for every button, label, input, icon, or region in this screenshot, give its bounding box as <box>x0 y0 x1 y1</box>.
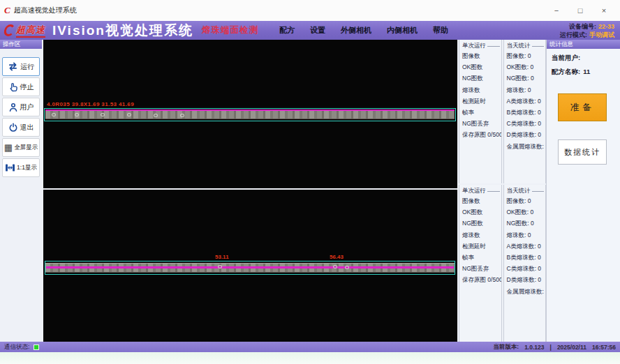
daily-stats-header: 当天统计 <box>507 187 545 195</box>
daily-stats-rows: 图像数: 0OK图数: 0NG图数: 0熔珠数: 0A类熔珠数: 0B类熔珠数:… <box>507 195 545 297</box>
stat-row: 熔珠数: 0 <box>507 229 545 241</box>
fullscreen-button[interactable]: ▦ 全屏显示 <box>2 138 40 157</box>
menu-item-inner-camera[interactable]: 内侧相机 <box>387 25 418 36</box>
app-title: IVision视觉处理系统 <box>52 22 193 40</box>
menu-item-settings[interactable]: 设置 <box>310 25 325 36</box>
current-user-label: 当前用户: <box>552 54 580 61</box>
close-button[interactable]: × <box>592 3 616 18</box>
user-button[interactable]: 用户 <box>2 98 40 116</box>
defect-mark <box>180 114 184 117</box>
stat-row: 帧率 <box>462 107 501 118</box>
device-info: 设备编号:22-33 运行模式:手动调试 <box>560 22 614 39</box>
single-run-stats-rows: 图像数OK图数NG图数熔珠数检测延时帧率NG图丢弃保存原图 0/500 <box>462 50 501 141</box>
status-separator: | <box>550 344 552 351</box>
menu-item-recipe[interactable]: 配方 <box>279 25 295 36</box>
device-number-label: 设备编号: <box>569 23 596 30</box>
stat-row: NG图丢弃 <box>462 263 501 274</box>
comm-status-label: 通信状态: <box>4 343 29 351</box>
minimize-button[interactable]: − <box>545 3 568 18</box>
exit-button[interactable]: 退出 <box>2 118 40 137</box>
daily-stats-title: 当天统计 <box>507 42 531 50</box>
power-icon <box>8 123 18 132</box>
stop-hand-icon <box>8 82 18 92</box>
menu-item-outer-camera[interactable]: 外侧相机 <box>341 25 371 36</box>
stat-row: A类熔珠数: 0 <box>507 241 545 252</box>
single-run-title: 单次运行 <box>462 187 486 195</box>
info-panel: 统计信息 当前用户: 配方名称:11 准备 数据统计 <box>546 40 620 342</box>
device-number-value: 22-33 <box>598 23 614 30</box>
stat-row: NG图数: 0 <box>507 218 545 229</box>
defect-mark <box>52 113 56 116</box>
daily-stats-header: 当天统计 <box>507 42 545 50</box>
fullscreen-button-label: 全屏显示 <box>14 144 38 152</box>
brand-logo-text: 超高速 <box>16 24 45 38</box>
fullscreen-grid-icon: ▦ <box>4 143 13 152</box>
stat-row: A类熔珠数: 0 <box>507 96 545 107</box>
edge-trace-line <box>45 109 455 111</box>
stat-row: OK图数: 0 <box>507 61 545 73</box>
stat-row: 熔珠数: 0 <box>507 84 545 96</box>
stat-row: 熔珠数 <box>462 229 501 241</box>
stat-row: 保存原图 0/500 <box>462 274 501 285</box>
operation-sidebar: 操作区 运行 停止 用户 退出 ▦ 全屏显示 <box>0 40 42 342</box>
status-time: 16:57:56 <box>592 344 616 351</box>
app-header: 超高速 IVision视觉处理系统 熔珠端面检测 配方 设置 外侧相机 内侧相机… <box>0 21 620 40</box>
daily-stats-title: 当天统计 <box>507 187 531 195</box>
recipe-name-value: 11 <box>583 68 590 75</box>
single-run-stats-header: 单次运行 <box>462 42 501 50</box>
single-run-stats-column: 单次运行 图像数OK图数NG图数熔珠数检测延时帧率NG图丢弃保存原图 0/500 <box>459 40 502 183</box>
stop-button[interactable]: 停止 <box>2 77 40 96</box>
stat-row: 图像数: 0 <box>507 50 545 61</box>
info-panel-header: 统计信息 <box>547 40 620 49</box>
measurement-label: 53.11 <box>215 254 229 260</box>
stat-row: 金属屑熔珠数: 0 <box>507 141 545 152</box>
one-to-one-icon <box>5 163 15 172</box>
restore-button[interactable]: □ <box>568 3 592 18</box>
defect-mark <box>127 113 131 116</box>
stat-row: D类熔珠数: 0 <box>507 129 545 140</box>
status-date: 2025/02/11 <box>557 344 586 351</box>
brand-logo: 超高速 <box>4 24 45 38</box>
run-button[interactable]: 运行 <box>2 57 40 76</box>
stat-row: C类熔珠数: 0 <box>507 118 545 129</box>
run-cycle-icon <box>8 62 18 71</box>
menu-item-help[interactable]: 帮助 <box>433 25 448 36</box>
stat-row: 图像数 <box>462 195 501 206</box>
titlebar: C 超高速视觉处理系统 − □ × <box>0 0 620 21</box>
stat-row: 检测延时 <box>462 96 501 107</box>
run-mode-value: 手动调试 <box>589 31 614 38</box>
run-mode-label: 运行模式: <box>560 31 587 38</box>
app-logo-icon: C <box>4 5 10 16</box>
stat-row: B类熔珠数: 0 <box>507 107 545 118</box>
camera-viewport-top: 4.0R035 39.8X1.69 31.53 41.69 <box>43 40 457 188</box>
user-button-label: 用户 <box>20 103 34 112</box>
data-statistics-button[interactable]: 数据统计 <box>558 139 607 165</box>
comm-status-indicator <box>34 344 39 350</box>
one-to-one-button[interactable]: 1:1显示 <box>2 158 40 177</box>
stat-row: 保存原图 0/500 <box>462 129 501 140</box>
current-user-row: 当前用户: <box>552 54 620 63</box>
window-title: 超高速视觉处理系统 <box>14 6 77 15</box>
stat-row: OK图数 <box>462 206 501 218</box>
daily-stats-column: 当天统计 图像数: 0OK图数: 0NG图数: 0熔珠数: 0A类熔珠数: 0B… <box>503 185 547 342</box>
stats-panel-bottom: 单次运行 图像数OK图数NG图数熔珠数检测延时帧率NG图丢弃保存原图 0/500… <box>459 185 546 342</box>
menu-bar: 配方 设置 外侧相机 内侧相机 帮助 <box>279 25 448 36</box>
defect-mark <box>345 266 349 269</box>
stat-row: 金属屑熔珠数: 0 <box>507 286 545 297</box>
brand-swoosh-icon <box>3 24 16 36</box>
prepare-button[interactable]: 准备 <box>558 93 607 121</box>
defect-mark <box>101 113 105 116</box>
stat-row: OK图数 <box>462 61 501 73</box>
daily-stats-column: 当天统计 图像数: 0OK图数: 0NG图数: 0熔珠数: 0A类熔珠数: 0B… <box>503 40 547 183</box>
stats-panel-top: 单次运行 图像数OK图数NG图数熔珠数检测延时帧率NG图丢弃保存原图 0/500… <box>459 40 546 183</box>
version-value: 1.0.123 <box>524 344 544 351</box>
stat-row: NG图数: 0 <box>507 73 545 84</box>
defect-mark <box>333 265 337 268</box>
status-bar-right: 当前版本: 1.0.123 | 2025/02/11 16:57:56 <box>493 343 616 351</box>
camera-viewport-bottom: 53.11 56.43 <box>43 190 457 342</box>
measurement-annotation: 4.0R035 39.8X1.69 31.53 41.69 <box>47 101 134 107</box>
stat-row: 熔珠数 <box>462 84 501 96</box>
single-run-stats-rows: 图像数OK图数NG图数熔珠数检测延时帧率NG图丢弃保存原图 0/500 <box>462 195 501 286</box>
edge-trace-line <box>46 266 454 268</box>
desktop-strip <box>0 352 620 364</box>
